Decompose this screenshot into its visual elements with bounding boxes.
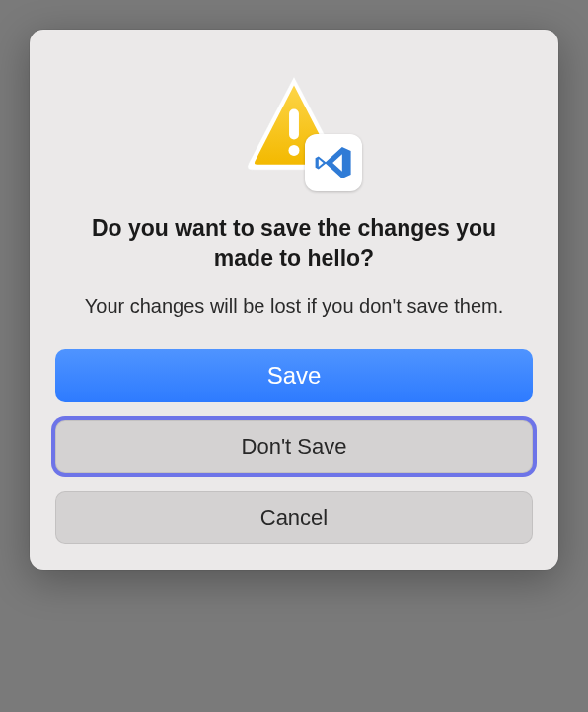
save-dialog: Do you want to save the changes you made…	[30, 30, 558, 570]
dialog-message: Your changes will be lost if you don't s…	[65, 292, 523, 320]
svg-point-1	[289, 145, 300, 156]
save-button[interactable]: Save	[55, 349, 533, 402]
vscode-icon	[314, 143, 353, 182]
svg-rect-0	[289, 109, 299, 140]
cancel-button[interactable]: Cancel	[55, 491, 533, 544]
dialog-title: Do you want to save the changes you made…	[55, 213, 533, 274]
dialog-buttons: Save Don't Save Cancel	[55, 349, 533, 544]
app-badge	[305, 134, 362, 191]
dont-save-button[interactable]: Don't Save	[55, 420, 533, 473]
dialog-icon	[230, 65, 358, 183]
